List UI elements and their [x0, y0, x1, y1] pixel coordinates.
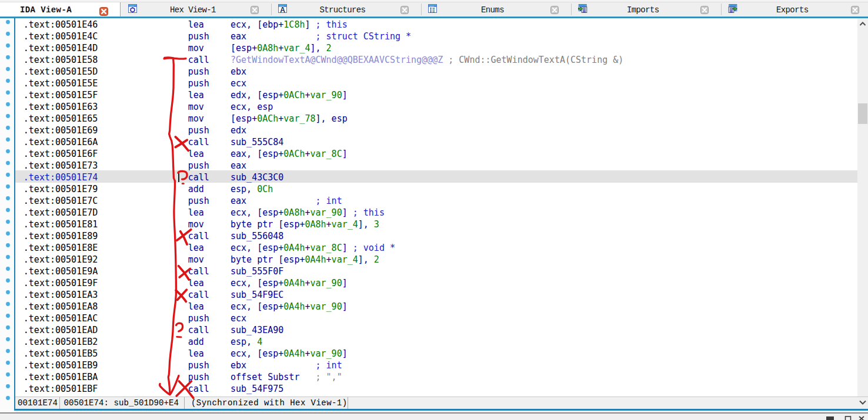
svg-text:A: A	[280, 6, 285, 14]
